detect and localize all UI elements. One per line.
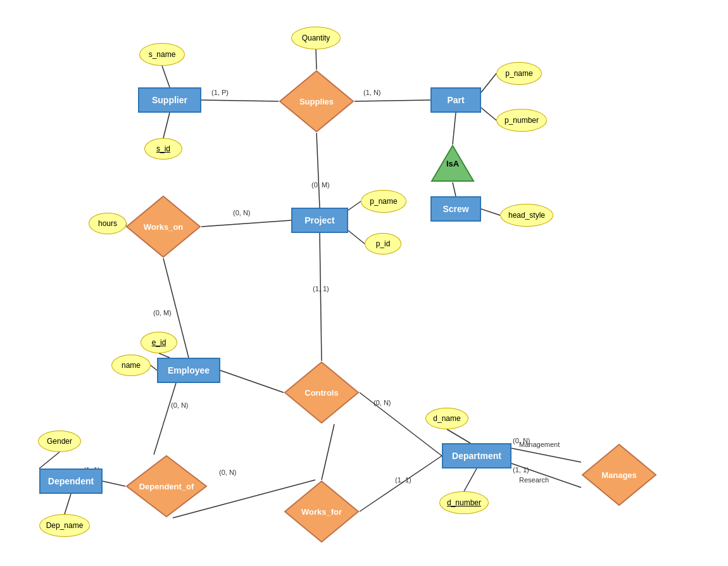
svg-text:(0, N): (0, N) — [513, 437, 530, 444]
entity-project: Project — [291, 208, 348, 233]
relationship-works_on: Works_on — [125, 195, 201, 258]
rel-label-dependent_of: Dependent_of — [139, 482, 194, 491]
svg-text:(0, N): (0, N) — [373, 399, 391, 406]
relationship-controls: Controls — [284, 361, 360, 424]
entity-employee: Employee — [157, 358, 220, 383]
entity-dependent: Dependent — [39, 469, 103, 494]
attribute-dep_name: Dep_name — [39, 514, 90, 537]
rel-label-controls: Controls — [304, 388, 338, 398]
svg-line-10 — [453, 182, 456, 196]
entity-screw: Screw — [430, 196, 481, 222]
svg-line-35 — [39, 452, 60, 469]
svg-line-15 — [348, 230, 365, 244]
svg-line-43 — [511, 463, 581, 487]
relationship-dependent_of: Dependent_of — [125, 455, 208, 518]
svg-text:(0, N): (0, N) — [219, 469, 237, 476]
svg-line-29 — [154, 383, 176, 455]
attribute-p_id: p_id — [365, 233, 401, 255]
svg-text:(1, 1): (1, 1) — [313, 285, 329, 292]
svg-text:(1, 1): (1, 1) — [513, 466, 529, 474]
svg-line-5 — [355, 100, 430, 101]
relationship-works_for: Works_for — [284, 480, 360, 543]
rel-label-works_for: Works_for — [301, 507, 342, 517]
attribute-p_name_part: p_name — [496, 62, 542, 85]
svg-text:Research: Research — [519, 476, 549, 484]
svg-line-8 — [481, 108, 496, 120]
svg-line-22 — [151, 365, 157, 370]
rel-label-works_on: Works_on — [144, 222, 184, 232]
svg-text:Management: Management — [519, 441, 560, 448]
svg-text:(1, P): (1, P) — [211, 89, 229, 96]
svg-line-11 — [481, 209, 500, 215]
svg-line-25 — [220, 370, 284, 393]
attribute-name: name — [111, 355, 151, 376]
svg-line-16 — [201, 220, 291, 227]
relationship-manages: Manages — [581, 443, 657, 506]
attribute-head_style: head_style — [500, 204, 553, 227]
svg-line-4 — [316, 49, 317, 70]
attribute-hours: hours — [89, 213, 127, 234]
rel-label-supplies: Supplies — [299, 97, 334, 106]
svg-line-36 — [65, 494, 71, 514]
attribute-e_id: e_id — [141, 332, 177, 353]
entity-supplier: Supplier — [138, 87, 201, 113]
svg-line-21 — [159, 353, 170, 358]
entity-department: Department — [442, 443, 511, 469]
svg-line-12 — [317, 133, 320, 208]
svg-line-1 — [163, 113, 170, 138]
attribute-s_name: s_name — [139, 43, 185, 66]
attribute-p_number: p_number — [496, 109, 547, 132]
attribute-gender: Gender — [38, 431, 81, 452]
svg-line-41 — [511, 448, 581, 462]
svg-text:(0, M): (0, M) — [311, 181, 330, 189]
attribute-s_id: s_id — [144, 138, 182, 160]
svg-line-26 — [322, 424, 334, 480]
svg-line-23 — [320, 233, 322, 361]
relationship-supplies: Supplies — [279, 70, 355, 133]
svg-text:(0, N): (0, N) — [233, 209, 251, 217]
svg-text:(1, 1): (1, 1) — [395, 476, 411, 484]
svg-line-0 — [162, 66, 170, 87]
attribute-d_name: d_name — [425, 408, 468, 429]
svg-line-40 — [464, 469, 477, 491]
isa-triangle: IsA — [430, 144, 475, 182]
svg-line-14 — [348, 201, 361, 210]
entity-part: Part — [430, 87, 481, 113]
svg-line-7 — [481, 73, 496, 92]
er-diagram: (1, P)(1, N)(0, M)(0, N)(0, M)(1, 1)(0, … — [0, 0, 728, 566]
svg-line-39 — [447, 429, 470, 443]
svg-text:(0, N): (0, N) — [171, 401, 189, 409]
svg-line-9 — [453, 113, 456, 144]
isa-label: IsA — [446, 159, 459, 168]
svg-line-37 — [360, 456, 442, 512]
svg-line-2 — [201, 100, 279, 101]
svg-text:(0, M): (0, M) — [153, 309, 172, 317]
attribute-quantity: Quantity — [291, 27, 341, 49]
svg-text:(1, N): (1, N) — [363, 89, 381, 96]
svg-line-31 — [103, 481, 125, 486]
rel-label-manages: Manages — [601, 470, 637, 480]
attribute-d_number: d_number — [439, 491, 489, 514]
attribute-p_name_proj: p_name — [361, 190, 406, 213]
